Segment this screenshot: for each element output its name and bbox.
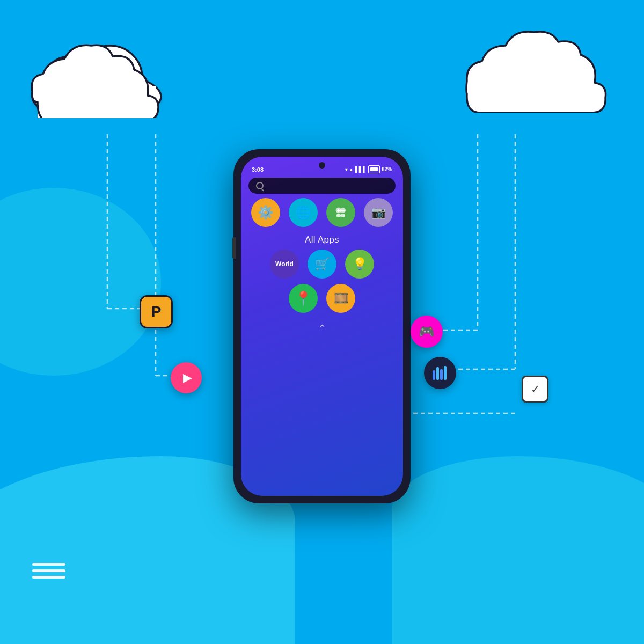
menu-line-2: [32, 569, 65, 572]
parking-p-label: P: [151, 303, 162, 320]
float-checkbox[interactable]: ✓: [522, 376, 548, 402]
menu-line-1: [32, 563, 65, 566]
cloud-left: [21, 38, 172, 120]
search-icon: [256, 182, 264, 189]
svg-rect-29: [433, 370, 435, 380]
phone-camera: [319, 162, 325, 169]
app-world[interactable]: World: [270, 250, 299, 279]
cloud-right: [451, 27, 617, 115]
float-play-icon[interactable]: ▶: [171, 362, 202, 393]
app-row-1: ⚙️ 🌐 📷: [241, 198, 403, 227]
app-video[interactable]: 🎞️: [326, 284, 355, 313]
signal-icon: ▼▲: [344, 167, 354, 172]
phone-screen: 3:08 ▼▲ ▌▌▌ 82% ⚙️: [241, 157, 403, 496]
float-music-icon[interactable]: [424, 357, 456, 389]
app-settings[interactable]: ⚙️: [251, 198, 280, 227]
float-game-icon[interactable]: 🎮: [411, 316, 443, 348]
wifi-icon: ▌▌▌: [355, 166, 367, 172]
menu-line-3: [32, 576, 65, 579]
app-maps[interactable]: 📍: [289, 284, 318, 313]
gamepad-symbol: 🎮: [419, 324, 435, 339]
bg-blob2: [392, 456, 644, 644]
battery-fill: [370, 167, 378, 171]
phone-wrapper: 3:08 ▼▲ ▌▌▌ 82% ⚙️: [233, 149, 411, 503]
battery-percent: 82%: [382, 166, 392, 172]
status-right: ▼▲ ▌▌▌ 82%: [344, 165, 392, 173]
app-camera[interactable]: 📷: [364, 198, 393, 227]
app-money[interactable]: 💡: [345, 250, 374, 279]
menu-lines: [32, 559, 65, 582]
svg-rect-31: [440, 369, 443, 380]
svg-rect-27: [336, 214, 341, 217]
play-symbol: ▶: [183, 371, 192, 385]
svg-rect-28: [341, 214, 345, 217]
float-parking-icon[interactable]: P: [140, 295, 173, 328]
equalizer-icon: [431, 366, 449, 380]
checkbox-checkmark: ✓: [531, 383, 540, 396]
app-cart[interactable]: 🛒: [308, 250, 336, 279]
all-apps-label: All Apps: [241, 235, 403, 245]
app-row-2: World 🛒 💡: [241, 250, 403, 279]
phone-body: 3:08 ▼▲ ▌▌▌ 82% ⚙️: [233, 149, 411, 503]
app-globe[interactable]: 🌐: [289, 198, 318, 227]
phone-side-button: [232, 237, 236, 259]
app-row-3: 📍 🎞️: [241, 284, 403, 313]
app-calculator[interactable]: [326, 198, 355, 227]
scroll-up-arrow: ⌃: [241, 323, 403, 334]
search-bar[interactable]: [248, 178, 396, 194]
svg-rect-30: [436, 367, 439, 380]
battery-icon: [368, 165, 380, 173]
status-time: 3:08: [252, 166, 264, 173]
svg-rect-32: [444, 366, 447, 380]
